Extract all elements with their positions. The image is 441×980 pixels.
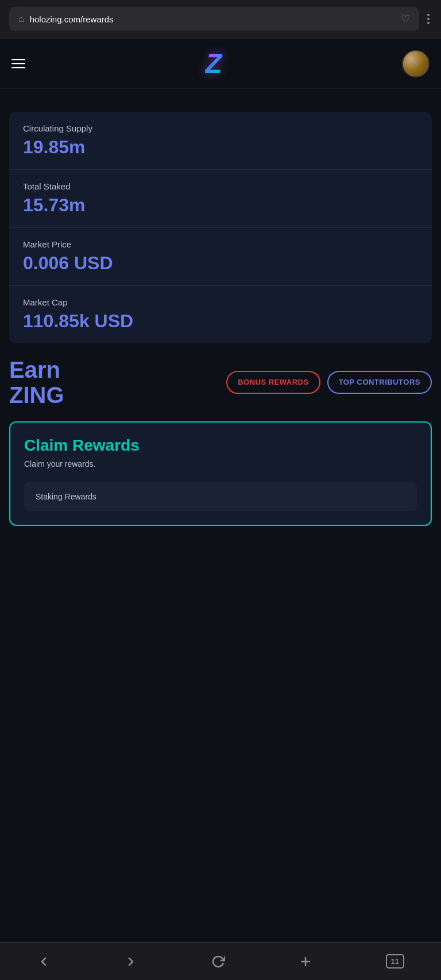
- claim-card-header: Claim Rewards Claim your rewards.: [10, 423, 431, 475]
- main-content: Circulating Supply 19.85m Total Staked 1…: [0, 100, 441, 942]
- back-button[interactable]: [28, 950, 60, 973]
- market-cap-value: 110.85k USD: [23, 311, 418, 332]
- market-price-value: 0.006 USD: [23, 253, 418, 274]
- add-tab-button[interactable]: [289, 950, 322, 973]
- circulating-supply-label: Circulating Supply: [23, 123, 418, 133]
- market-price-row: Market Price 0.006 USD: [9, 228, 432, 286]
- avatar[interactable]: [402, 50, 430, 78]
- forward-button[interactable]: [115, 950, 147, 973]
- browser-menu-button[interactable]: [425, 14, 432, 24]
- address-bar[interactable]: ⌂ holozing.com/rewards ♡: [9, 7, 419, 31]
- bookmark-icon[interactable]: ♡: [401, 13, 410, 25]
- top-contributors-button[interactable]: TOP CONTRIBUTORS: [327, 371, 432, 394]
- market-cap-row: Market Cap 110.85k USD: [9, 286, 432, 343]
- tab-switcher-button[interactable]: 11: [377, 950, 413, 973]
- earn-title: Earn ZING: [9, 357, 64, 408]
- claim-rewards-card: Claim Rewards Claim your rewards. Stakin…: [9, 421, 432, 526]
- avatar-image: [403, 51, 428, 76]
- claim-subtitle: Claim your rewards.: [24, 459, 417, 468]
- staking-rewards-item: Staking Rewards: [24, 482, 417, 511]
- market-price-label: Market Price: [23, 239, 418, 249]
- circulating-supply-row: Circulating Supply 19.85m: [9, 112, 432, 170]
- earn-header: Earn ZING BONUS REWARDS TOP CONTRIBUTORS: [9, 357, 432, 408]
- tab-count: 11: [386, 954, 404, 969]
- hamburger-menu-button[interactable]: [11, 59, 25, 68]
- earn-buttons: BONUS REWARDS TOP CONTRIBUTORS: [226, 371, 432, 394]
- claim-rewards-list: Staking Rewards: [10, 482, 431, 525]
- app-logo: Z: [205, 48, 222, 79]
- logo-container: Z: [205, 48, 222, 79]
- refresh-button[interactable]: [202, 950, 234, 973]
- total-staked-row: Total Staked 15.73m: [9, 170, 432, 228]
- claim-title: Claim Rewards: [24, 436, 417, 455]
- total-staked-label: Total Staked: [23, 181, 418, 191]
- circulating-supply-value: 19.85m: [23, 137, 418, 158]
- home-icon: ⌂: [18, 14, 24, 24]
- market-cap-label: Market Cap: [23, 297, 418, 307]
- bonus-rewards-button[interactable]: BONUS REWARDS: [226, 371, 320, 394]
- staking-rewards-label: Staking Rewards: [36, 492, 96, 501]
- url-text: holozing.com/rewards: [30, 14, 395, 24]
- total-staked-value: 15.73m: [23, 195, 418, 216]
- page-spacer: [0, 89, 441, 100]
- app-header: Z: [0, 38, 441, 89]
- browser-chrome: ⌂ holozing.com/rewards ♡: [0, 0, 441, 38]
- earn-title-line2: ZING: [9, 382, 64, 408]
- stats-card: Circulating Supply 19.85m Total Staked 1…: [9, 112, 432, 343]
- earn-section: Earn ZING BONUS REWARDS TOP CONTRIBUTORS: [9, 357, 432, 408]
- bottom-nav: 11: [0, 942, 441, 980]
- earn-title-line1: Earn: [9, 357, 64, 382]
